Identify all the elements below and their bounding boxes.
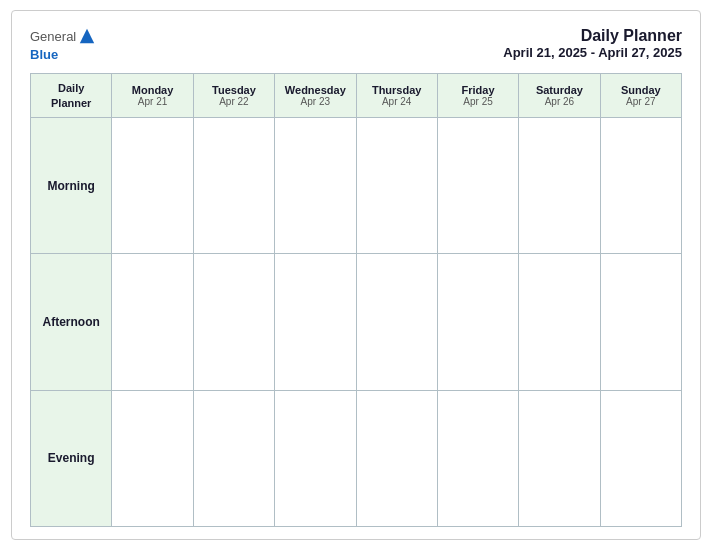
logo-text: General [30, 27, 96, 45]
header: General Blue Daily Planner April 21, 202… [30, 27, 682, 63]
logo-icon [78, 27, 96, 45]
row-evening: Evening [31, 390, 682, 526]
header-tuesday: Tuesday Apr 22 [193, 74, 274, 118]
logo-area: General Blue [30, 27, 96, 63]
cell-afternoon-tuesday[interactable] [193, 254, 274, 390]
header-daily-planner: DailyPlanner [31, 74, 112, 118]
header-thursday: Thursday Apr 24 [356, 74, 437, 118]
row-label-morning: Morning [31, 118, 112, 254]
header-saturday-date: Apr 26 [521, 96, 597, 107]
row-label-evening: Evening [31, 390, 112, 526]
header-wednesday-date: Apr 23 [277, 96, 353, 107]
header-saturday-day: Saturday [521, 84, 597, 96]
header-sunday-day: Sunday [603, 84, 679, 96]
cell-morning-friday[interactable] [437, 118, 518, 254]
header-saturday: Saturday Apr 26 [519, 74, 600, 118]
table-header-row: DailyPlanner Monday Apr 21 Tuesday Apr 2… [31, 74, 682, 118]
header-tuesday-day: Tuesday [196, 84, 272, 96]
header-monday-day: Monday [114, 84, 190, 96]
cell-evening-tuesday[interactable] [193, 390, 274, 526]
cell-afternoon-thursday[interactable] [356, 254, 437, 390]
cell-evening-monday[interactable] [112, 390, 193, 526]
cell-morning-saturday[interactable] [519, 118, 600, 254]
cell-morning-tuesday[interactable] [193, 118, 274, 254]
cell-evening-saturday[interactable] [519, 390, 600, 526]
row-afternoon: Afternoon [31, 254, 682, 390]
cell-afternoon-monday[interactable] [112, 254, 193, 390]
logo-blue-text: Blue [30, 47, 58, 62]
page-title: Daily Planner [503, 27, 682, 45]
cell-morning-wednesday[interactable] [275, 118, 356, 254]
page: General Blue Daily Planner April 21, 202… [11, 10, 701, 540]
cell-afternoon-saturday[interactable] [519, 254, 600, 390]
header-dp-line1: DailyPlanner [51, 82, 91, 108]
cell-evening-thursday[interactable] [356, 390, 437, 526]
cell-afternoon-wednesday[interactable] [275, 254, 356, 390]
cell-morning-sunday[interactable] [600, 118, 681, 254]
title-area: Daily Planner April 21, 2025 - April 27,… [503, 27, 682, 60]
header-sunday: Sunday Apr 27 [600, 74, 681, 118]
cell-morning-monday[interactable] [112, 118, 193, 254]
cell-evening-sunday[interactable] [600, 390, 681, 526]
cell-evening-friday[interactable] [437, 390, 518, 526]
header-thursday-date: Apr 24 [359, 96, 435, 107]
logo-general: General [30, 29, 76, 44]
header-tuesday-date: Apr 22 [196, 96, 272, 107]
calendar-table: DailyPlanner Monday Apr 21 Tuesday Apr 2… [30, 73, 682, 527]
header-wednesday-day: Wednesday [277, 84, 353, 96]
page-subtitle: April 21, 2025 - April 27, 2025 [503, 45, 682, 60]
cell-evening-wednesday[interactable] [275, 390, 356, 526]
cell-afternoon-friday[interactable] [437, 254, 518, 390]
row-label-afternoon: Afternoon [31, 254, 112, 390]
cell-morning-thursday[interactable] [356, 118, 437, 254]
header-monday-date: Apr 21 [114, 96, 190, 107]
header-wednesday: Wednesday Apr 23 [275, 74, 356, 118]
header-thursday-day: Thursday [359, 84, 435, 96]
svg-marker-0 [80, 29, 94, 43]
header-friday-date: Apr 25 [440, 96, 516, 107]
cell-afternoon-sunday[interactable] [600, 254, 681, 390]
header-sunday-date: Apr 27 [603, 96, 679, 107]
logo-blue-line: Blue [30, 45, 58, 63]
header-friday: Friday Apr 25 [437, 74, 518, 118]
header-monday: Monday Apr 21 [112, 74, 193, 118]
row-morning: Morning [31, 118, 682, 254]
header-friday-day: Friday [440, 84, 516, 96]
